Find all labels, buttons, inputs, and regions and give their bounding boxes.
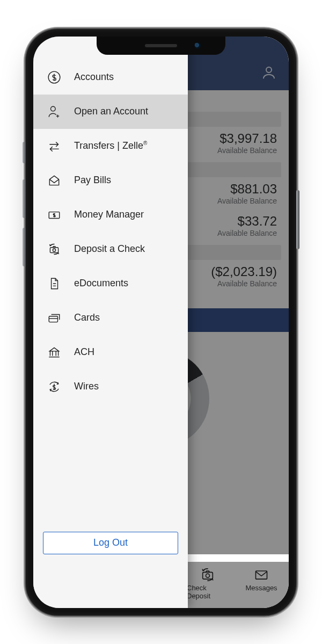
svg-point-2 [206,574,210,577]
menu-item-open-account[interactable]: Open an Account [33,95,188,129]
menu-label: Money Manager [74,209,144,220]
open-envelope-icon [46,173,62,187]
account-balance: $881.03 [230,182,277,197]
transfer-arrows-icon [46,139,62,153]
menu-item-deposit-check[interactable]: Deposit a Check [33,232,188,266]
svg-point-5 [51,106,56,111]
svg-rect-9 [49,316,57,322]
menu-label: eDocuments [74,278,128,289]
menu-item-cards[interactable]: Cards [33,301,188,335]
tab-label: Messages [245,584,277,592]
tab-check-deposit[interactable]: Check Deposit [187,562,229,608]
menu-label: Transfers | Zelle® [74,140,147,151]
tab-label: Check Deposit [187,584,229,600]
phone-volume-up [23,179,26,218]
menu-item-wires[interactable]: Wires [33,370,188,404]
cards-icon [46,311,62,325]
camera-refresh-icon [46,242,62,256]
menu-item-transfers-zelle[interactable]: Transfers | Zelle® [33,129,188,163]
menu-item-edocuments[interactable]: eDocuments [33,266,188,301]
phone-mockup: $3,997.18 Available Balance $881.03 Avai… [25,28,297,617]
logout-button[interactable]: Log Out [43,532,178,554]
notch [97,37,225,55]
dollar-refresh-icon [46,380,62,394]
menu-item-ach[interactable]: ACH [33,335,188,370]
svg-rect-1 [203,572,213,579]
menu-label: Accounts [74,71,114,83]
drawer-footer: Log Out [33,532,188,608]
svg-point-0 [266,67,272,73]
account-balance-sub: Available Balance [217,229,277,237]
menu-item-pay-bills[interactable]: Pay Bills [33,163,188,198]
screen: $3,997.18 Available Balance $881.03 Avai… [33,37,289,608]
svg-rect-3 [256,571,267,579]
menu-label: Open an Account [74,106,148,117]
dollar-circle-icon [46,70,62,84]
svg-point-8 [53,249,55,251]
account-balance-sub: Available Balance [217,146,277,155]
phone-mute-switch [23,142,26,163]
bank-icon [46,345,62,359]
phone-power-button [296,190,299,249]
menu-item-money-manager[interactable]: Money Manager [33,198,188,232]
envelope-icon [254,567,269,584]
person-plus-icon [46,105,62,119]
menu-label: ACH [74,346,94,358]
profile-icon[interactable] [261,64,277,83]
menu-item-accounts[interactable]: Accounts [33,60,188,95]
nav-menu: Accounts Open an Account Transfers | Zel… [33,60,188,532]
logout-label: Log Out [93,537,128,548]
account-balance: $33.72 [238,214,277,229]
account-balance-sub: Available Balance [217,197,277,205]
menu-label: Pay Bills [74,175,111,186]
account-balance: $3,997.18 [219,131,277,146]
nav-drawer: Accounts Open an Account Transfers | Zel… [33,37,188,608]
document-icon [46,277,62,291]
earpiece [145,44,177,47]
account-balance-sub: Available Balance [217,279,277,288]
phone-volume-down [23,228,26,266]
tab-messages[interactable]: Messages [240,562,282,608]
menu-label: Cards [74,312,100,323]
cash-icon [46,208,62,222]
camera-refresh-icon [200,567,215,584]
account-balance: ($2,023.19) [211,264,277,279]
svg-rect-7 [50,247,58,252]
menu-label: Deposit a Check [74,243,145,255]
menu-label: Wires [74,381,99,392]
front-camera [194,42,201,49]
